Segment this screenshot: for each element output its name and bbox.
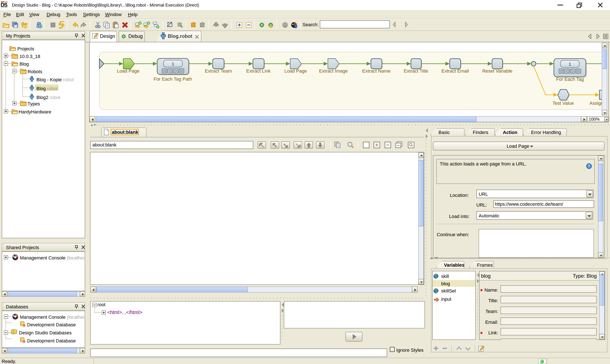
svg-text:Load Page: Load Page bbox=[285, 68, 307, 74]
svg-text:For Each Tag Path: For Each Tag Path bbox=[154, 76, 192, 82]
svg-text:Extract Link: Extract Link bbox=[246, 68, 271, 74]
svg-text:DS: DS bbox=[1, 2, 7, 8]
svg-text:Load Page: Load Page bbox=[117, 68, 139, 74]
svg-text:1: 1 bbox=[569, 62, 571, 66]
svg-text:1: 1 bbox=[172, 62, 174, 66]
svg-text:Extract Name: Extract Name bbox=[362, 68, 390, 74]
svg-text:Extract Email: Extract Email bbox=[441, 68, 469, 74]
svg-text:?: ? bbox=[588, 164, 590, 168]
svg-text:Test Value: Test Value bbox=[552, 101, 574, 106]
svg-text:Extract Title: Extract Title bbox=[404, 68, 428, 74]
svg-text:Reset Variable: Reset Variable bbox=[482, 68, 513, 74]
svg-text:Assign: Assign bbox=[589, 101, 602, 106]
svg-text:For Each Tag: For Each Tag bbox=[556, 77, 584, 82]
svg-text:Extract Team: Extract Team bbox=[205, 68, 232, 74]
svg-text:Extract Image: Extract Image bbox=[319, 68, 348, 74]
